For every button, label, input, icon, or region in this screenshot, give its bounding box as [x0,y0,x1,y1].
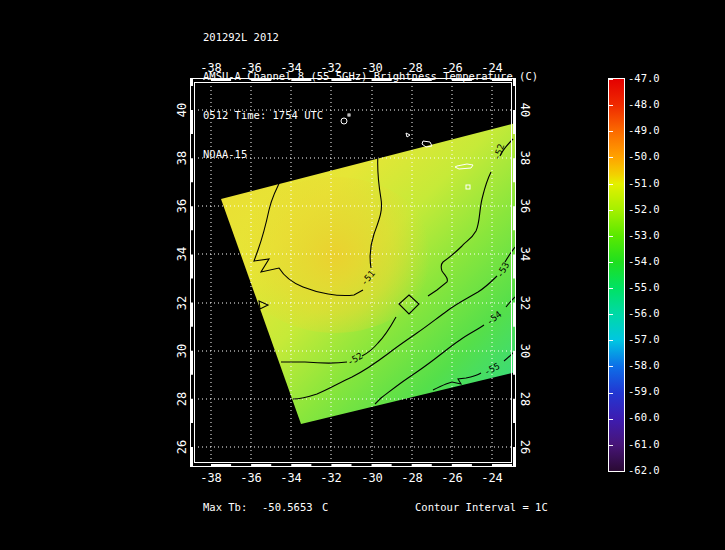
lon-tick-label: -26 [441,471,463,485]
lon-tick-label: -30 [361,471,383,485]
colorbar-label: -59.0 [628,384,672,398]
colorbar-label: -58.0 [628,358,672,372]
lat-tick-label: 26 [175,440,189,454]
lat-axis-right: 40 38 36 34 32 30 28 26 [518,103,532,454]
lat-tick-label: 30 [518,344,532,358]
lon-tick-label: -32 [320,61,342,75]
colorbar [608,78,625,472]
lon-tick-label: -30 [361,61,383,75]
island-icon [406,133,410,137]
lon-tick-label: -24 [481,471,503,485]
lon-tick-label: -38 [200,61,222,75]
colorbar-label: -56.0 [628,306,672,320]
lat-tick-label: 32 [518,296,532,310]
contour-interval-label: Contour Interval = 1C [415,501,548,513]
lon-tick-label: -28 [401,61,423,75]
colorbar-label: -50.0 [628,149,672,163]
lon-tick-label: -24 [481,61,503,75]
lat-tick-label: 38 [175,151,189,165]
lat-tick-label: 34 [175,247,189,261]
max-tb-unit: C [322,501,328,513]
lon-tick-label: -26 [441,61,463,75]
colorbar-label: -49.0 [628,123,672,137]
lat-tick-label: 40 [518,103,532,117]
lat-tick-label: 26 [518,440,532,454]
lon-tick-label: -36 [240,471,262,485]
lat-tick-label: 32 [175,296,189,310]
max-tb-label: Max Tb: [203,501,247,513]
colorbar-label: -53.0 [628,228,672,242]
max-tb-value: -50.5653 [262,501,313,513]
lat-tick-label: 40 [175,103,189,117]
colorbar-label: -51.0 [628,176,672,190]
lat-tick-label: 36 [175,199,189,213]
colorbar-label: -48.0 [628,97,672,111]
lat-tick-label: 30 [175,344,189,358]
colorbar-label: -62.0 [628,463,672,477]
lat-tick-label: 36 [518,199,532,213]
colorbar-label: -57.0 [628,332,672,346]
lon-tick-label: -32 [320,471,342,485]
lat-tick-label: 34 [518,247,532,261]
island-icon [348,114,350,116]
lon-tick-label: -28 [401,471,423,485]
lon-axis-top: -38 -36 -34 -32 -30 -28 -26 -24 [200,61,503,75]
colorbar-label: -60.0 [628,410,672,424]
lon-tick-label: -38 [200,471,222,485]
lon-tick-label: -36 [240,61,262,75]
colorbar-label: -54.0 [628,254,672,268]
lon-tick-label: -34 [280,471,302,485]
lon-axis-bottom: -38 -36 -34 -32 -30 -28 -26 -24 [200,471,503,485]
lat-tick-label: 38 [518,151,532,165]
island-icon [341,118,347,124]
plot-canvas: 201292L 2012 AMSU-A Channel 8 (55.5GHz) … [0,0,725,550]
lat-tick-label: 28 [175,392,189,406]
lon-tick-label: -34 [280,61,302,75]
colorbar-label: -47.0 [628,71,672,85]
colorbar-label: -55.0 [628,280,672,294]
colorbar-ticks [609,79,613,471]
colorbar-label: -52.0 [628,202,672,216]
lat-axis-left: 40 38 36 34 32 30 28 26 [175,103,189,454]
colorbar-label: -61.0 [628,437,672,451]
lat-tick-label: 28 [518,392,532,406]
